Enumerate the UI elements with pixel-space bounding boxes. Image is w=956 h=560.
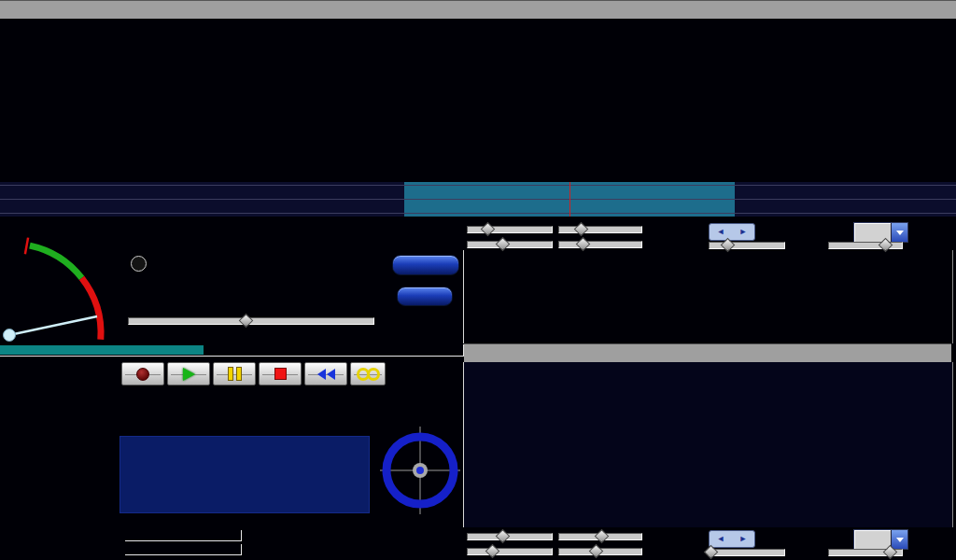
spectrum-range-slider[interactable] <box>558 238 642 249</box>
extio-button[interactable] <box>397 287 453 306</box>
squelch-knob[interactable] <box>4 329 16 342</box>
smeter-red-arc <box>82 278 101 340</box>
cpu-total-bar <box>125 544 242 555</box>
pause-button[interactable] <box>213 362 256 385</box>
loop-icon <box>357 368 380 381</box>
zoom-slider[interactable] <box>709 546 785 557</box>
audio-spectrum-display[interactable] <box>463 362 953 527</box>
rewind-icon <box>316 369 335 380</box>
stop-button[interactable] <box>259 362 302 385</box>
s-meter <box>0 223 118 354</box>
scroll-right-icon[interactable]: ► <box>739 228 748 236</box>
audio-waterfall-display[interactable] <box>464 250 950 343</box>
playback-position-bar[interactable] <box>0 344 464 357</box>
hdsdr-window: ◄ ► ◄ ► <box>0 0 956 560</box>
audio-spectrum-plot <box>464 362 950 527</box>
squelch-needle[interactable] <box>9 316 97 335</box>
recorder-controls <box>121 362 386 385</box>
main-menu <box>6 363 118 559</box>
waterfall-contrast-slider[interactable] <box>558 223 642 234</box>
speed-slider[interactable] <box>828 239 903 250</box>
scroll-left-icon[interactable]: ◄ <box>717 228 725 236</box>
stop-icon <box>274 368 287 380</box>
spectrum-gain-slider[interactable] <box>467 238 553 249</box>
lo-label <box>127 256 147 278</box>
scroll-right-icon[interactable]: ► <box>739 535 748 543</box>
tune-cursor-line <box>569 182 570 217</box>
playback-position-fill <box>0 345 204 355</box>
auto-mode-badge[interactable] <box>131 256 147 272</box>
record-icon <box>136 368 149 381</box>
mode-button-row <box>124 224 458 246</box>
cpu-hdsdr-bar <box>125 530 242 541</box>
audio-frequency-ruler[interactable] <box>464 343 951 363</box>
rf-frequency-ruler[interactable] <box>0 0 956 19</box>
speed-slider[interactable] <box>828 546 903 557</box>
play-button[interactable] <box>167 362 210 385</box>
smeter-peak-needle <box>25 238 28 255</box>
loop-button[interactable] <box>350 362 386 385</box>
rewind-button[interactable] <box>304 362 347 385</box>
freqmgr-button[interactable] <box>392 255 459 275</box>
rf-spectrum-strip[interactable] <box>0 182 956 217</box>
play-icon <box>183 368 195 381</box>
volume-slider[interactable] <box>128 315 374 326</box>
pause-icon <box>228 367 242 381</box>
audio-display-controls-top: ◄ ► <box>464 221 956 251</box>
audio-waterfall-frame <box>463 250 953 343</box>
waterfall-contrast-slider[interactable] <box>558 530 642 541</box>
waterfall-brightness-slider[interactable] <box>467 223 553 234</box>
rf-waterfall-display[interactable] <box>0 0 956 164</box>
ruler-ticks <box>464 344 951 363</box>
spectrum-range-slider[interactable] <box>558 545 642 556</box>
zoom-slider[interactable] <box>709 239 785 250</box>
phase-knob-center <box>416 467 424 474</box>
record-button[interactable] <box>121 362 164 385</box>
phase-dial[interactable] <box>380 427 460 514</box>
dsp-panel <box>120 436 370 513</box>
smeter-green-arc <box>30 245 82 278</box>
audio-display-controls-bottom: ◄ ► <box>464 528 956 558</box>
waterfall-brightness-slider[interactable] <box>467 530 553 541</box>
scroll-left-icon[interactable]: ◄ <box>717 535 725 543</box>
rf-spectrum-trace <box>0 182 956 217</box>
ruler-ticks <box>0 1 956 19</box>
spectrum-gain-slider[interactable] <box>467 545 553 556</box>
